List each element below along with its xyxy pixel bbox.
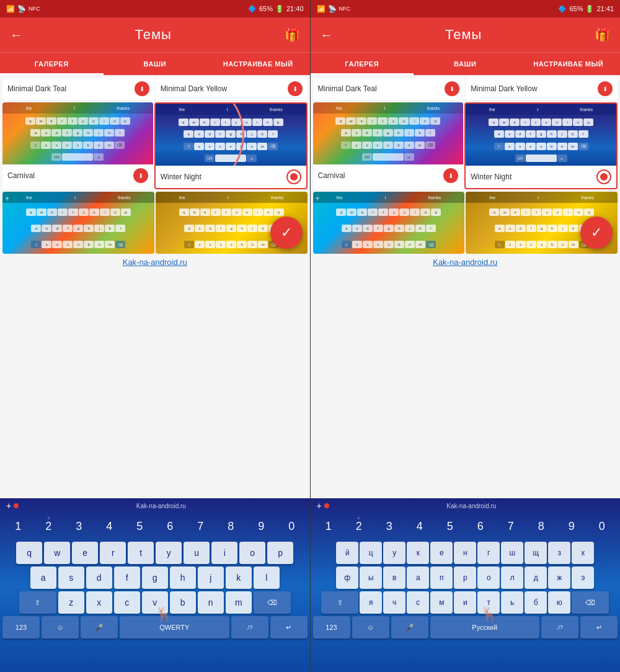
tab-gallery-left[interactable]: ГАЛЕРЕЯ (0, 53, 104, 75)
key-q-left[interactable]: q (16, 542, 42, 564)
theme-minimal-yellow-left[interactable]: Minimal Dark Yellow ⬇ (156, 78, 308, 100)
key-4-right[interactable]: 4 (405, 516, 434, 537)
plus-btn-right[interactable]: + (317, 501, 322, 511)
key-ф-right[interactable]: ф (336, 567, 358, 589)
theme-colorful-left[interactable]: the I thanks q w e r t y (2, 192, 154, 254)
download-minimal-yellow-right[interactable]: ⬇ (598, 81, 613, 96)
key-р-right[interactable]: р (454, 567, 476, 589)
backspace-right[interactable]: ⌫ (572, 591, 609, 614)
key-9-right[interactable]: 9 (557, 516, 586, 537)
emoji-left[interactable]: ☺ (42, 616, 79, 638)
key-i-left[interactable]: i (211, 542, 237, 564)
enter-left[interactable]: ↵ (270, 616, 308, 638)
key-8-left[interactable]: 8 (216, 516, 245, 537)
key-й-right[interactable]: й (336, 542, 358, 564)
mic-right[interactable]: 🎤 (391, 616, 428, 638)
key-к-right[interactable]: к (407, 542, 429, 564)
key-u-left[interactable]: u (184, 542, 210, 564)
key-п-right[interactable]: п (430, 567, 453, 589)
key-o-left[interactable]: o (239, 542, 265, 564)
lang-right[interactable]: ,!? (541, 616, 578, 638)
space-left[interactable]: QWERTY (120, 616, 229, 638)
theme-winter-night-right[interactable]: the I thanks q w e r t y (464, 102, 618, 189)
gift-icon-right[interactable]: 🎁 (595, 27, 610, 42)
key-ш-right[interactable]: ш (501, 542, 523, 564)
key-ю-right[interactable]: ю (548, 591, 570, 614)
key-w-left[interactable]: w (44, 542, 70, 564)
theme-gold-right[interactable]: the I thanks q w e r t y (466, 192, 618, 254)
key-7-right[interactable]: 7 (497, 516, 525, 537)
num-switch-right[interactable]: 123 (313, 616, 350, 638)
key-н-right[interactable]: н (454, 542, 476, 564)
key-6-right[interactable]: 6 (466, 516, 495, 537)
backspace-left[interactable]: ⌫ (254, 591, 291, 614)
key-ц-right[interactable]: ц (360, 542, 382, 564)
key-9-left[interactable]: 9 (247, 516, 275, 537)
lang-left[interactable]: ,!? (231, 616, 268, 638)
tab-yours-right[interactable]: ВАШИ (414, 53, 517, 75)
theme-carnival-right[interactable]: the I thanks q w e r t y (313, 102, 464, 189)
key-y-left[interactable]: y (156, 542, 182, 564)
key-r-left[interactable]: r (100, 542, 126, 564)
key-б-right[interactable]: б (525, 591, 547, 614)
key-5-left[interactable]: 5 (125, 516, 154, 537)
key-t-left[interactable]: t (128, 542, 154, 564)
back-button-left[interactable]: ← (10, 28, 22, 42)
key-3-left[interactable]: 3 (64, 516, 93, 537)
key-4-left[interactable]: 4 (95, 516, 123, 537)
radio-winter-left[interactable] (286, 169, 301, 184)
key-a-left[interactable]: a (30, 567, 56, 589)
shift-right[interactable]: ⇧ (321, 591, 358, 614)
download-minimal-yellow-left[interactable]: ⬇ (288, 81, 303, 96)
key-g-left[interactable]: g (142, 567, 168, 589)
key-l-left[interactable]: l (254, 567, 280, 589)
key-6-left[interactable]: 6 (156, 516, 184, 537)
tab-gallery-right[interactable]: ГАЛЕРЕЯ (311, 53, 414, 75)
tab-custom-right[interactable]: НАСТРАИВАЕ МЫЙ (517, 53, 621, 75)
key-b-left[interactable]: b (170, 591, 196, 614)
shift-left[interactable]: ⇧ (19, 591, 56, 614)
key-f-left[interactable]: f (114, 567, 140, 589)
key-з-right[interactable]: з (548, 542, 570, 564)
key-1-left[interactable]: 1 (4, 516, 32, 537)
big-download-btn-right[interactable]: ✓ (580, 217, 613, 249)
key-n-left[interactable]: n (198, 591, 224, 614)
key-c-left[interactable]: c (114, 591, 140, 614)
gift-icon-left[interactable]: 🎁 (285, 27, 300, 42)
download-minimal-teal-left[interactable]: ⬇ (135, 81, 149, 96)
theme-winter-night-left[interactable]: the I thanks q w e r t y (154, 102, 308, 189)
key-в-right[interactable]: в (383, 567, 405, 589)
key-ы-right[interactable]: ы (360, 567, 382, 589)
radio-winter-right[interactable] (596, 169, 611, 184)
key-j-left[interactable]: j (198, 567, 224, 589)
num-switch-left[interactable]: 123 (2, 616, 40, 638)
tab-custom-left[interactable]: НАСТРАИВАЕ МЫЙ (206, 53, 310, 75)
key-м-right[interactable]: м (430, 591, 453, 614)
enter-right[interactable]: ↵ (580, 616, 618, 638)
key-е-right[interactable]: е (430, 542, 453, 564)
download-minimal-teal-right[interactable]: ⬇ (445, 81, 459, 96)
theme-carnival-left[interactable]: the I thanks q w e r t y (2, 102, 153, 189)
theme-minimal-teal-left[interactable]: Minimal Dark Teal ⬇ (2, 78, 154, 100)
key-0-right[interactable]: 0 (588, 516, 616, 537)
key-s-left[interactable]: s (58, 567, 84, 589)
watermark-left[interactable]: Kak-na-android.ru (0, 254, 310, 271)
key-г-right[interactable]: г (477, 542, 500, 564)
download-carnival-right[interactable]: ⬇ (443, 168, 458, 183)
key-х-right[interactable]: х (572, 542, 594, 564)
key-8-right[interactable]: 8 (527, 516, 556, 537)
key-и-right[interactable]: и (454, 591, 476, 614)
watermark-right[interactable]: Kak-na-android.ru (311, 254, 621, 271)
key-э-right[interactable]: э (572, 567, 594, 589)
key-0-left[interactable]: 0 (277, 516, 306, 537)
key-h-left[interactable]: h (170, 567, 196, 589)
theme-minimal-yellow-right[interactable]: Minimal Dark Yellow ⬇ (466, 78, 618, 100)
key-d-left[interactable]: d (86, 567, 112, 589)
theme-minimal-teal-right[interactable]: Minimal Dark Teal ⬇ (313, 78, 465, 100)
download-carnival-left[interactable]: ⬇ (133, 168, 148, 183)
key-ж-right[interactable]: ж (548, 567, 570, 589)
theme-gold-left[interactable]: the I thanks q w e r t y (156, 192, 308, 254)
back-button-right[interactable]: ← (321, 28, 333, 42)
key-л-right[interactable]: л (501, 567, 523, 589)
tab-yours-left[interactable]: ВАШИ (104, 53, 207, 75)
